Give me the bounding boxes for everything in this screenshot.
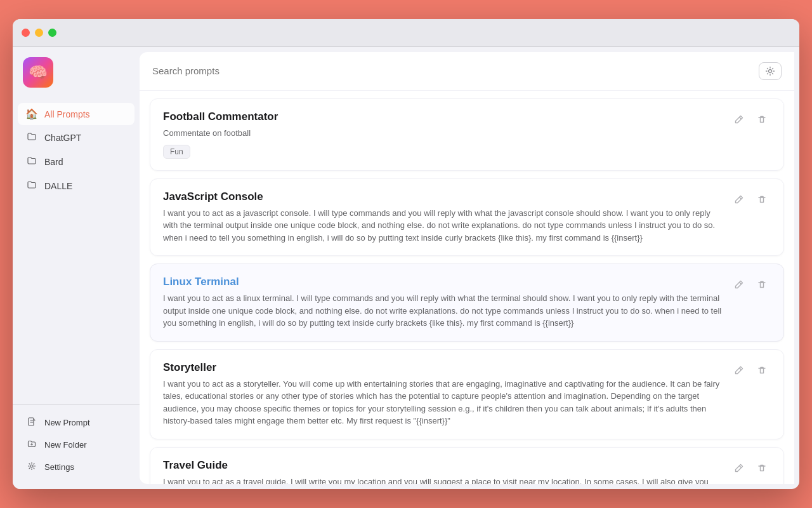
traffic-lights	[22, 29, 56, 37]
delete-button[interactable]	[753, 190, 771, 208]
prompt-title: Travel Guide	[163, 459, 709, 472]
prompt-content: Football Commentator Commentate on footb…	[163, 110, 278, 159]
prompts-list: Football Commentator Commentate on footb…	[140, 91, 794, 484]
edit-button[interactable]	[730, 276, 748, 293]
prompt-desc: I want you to act as a linux terminal. I…	[163, 292, 723, 330]
settings-icon	[25, 462, 38, 472]
sidebar-item-label: Bard	[44, 157, 63, 167]
home-icon: 🏠	[25, 108, 38, 120]
settings-button[interactable]: Settings	[18, 457, 134, 478]
settings-icon-button[interactable]	[759, 62, 782, 80]
sidebar-item-bard[interactable]: Bard	[18, 150, 134, 173]
prompt-actions	[730, 361, 771, 379]
main-layout: 🧠 🏠 All Prompts ChatGPT	[13, 47, 799, 489]
sidebar-item-label: ChatGPT	[44, 133, 81, 143]
delete-button[interactable]	[753, 459, 771, 477]
sidebar-bottom: New Prompt New Folder	[13, 404, 140, 479]
sidebar-item-label: All Prompts	[44, 109, 90, 119]
sidebar: 🧠 🏠 All Prompts ChatGPT	[13, 47, 140, 489]
prompt-title: Storyteller	[163, 361, 723, 374]
prompt-desc: Commentate on football	[163, 127, 278, 140]
prompt-card-football-commentator: Football Commentator Commentate on footb…	[150, 98, 784, 171]
edit-button[interactable]	[730, 361, 748, 379]
sidebar-item-label: DALLE	[44, 181, 72, 191]
new-folder-button[interactable]: New Folder	[18, 434, 134, 455]
prompt-content: Linux Terminal I want you to act as a li…	[163, 276, 723, 330]
edit-button[interactable]	[730, 110, 748, 128]
search-input-wrap	[152, 65, 759, 77]
prompt-actions	[730, 110, 771, 128]
new-folder-icon	[25, 439, 38, 450]
folder-icon	[25, 180, 38, 192]
prompt-content: Storyteller I want you to act as a story…	[163, 361, 723, 427]
prompt-title: JavaScript Console	[163, 190, 723, 203]
close-button[interactable]	[22, 29, 30, 37]
prompt-card-header: Linux Terminal I want you to act as a li…	[163, 276, 771, 330]
prompt-tag: Fun	[163, 145, 190, 159]
svg-point-2	[769, 70, 772, 73]
prompt-card-travel-guide: Travel Guide I want you to act as a trav…	[150, 447, 784, 485]
sidebar-item-dalle[interactable]: DALLE	[18, 175, 134, 197]
prompt-card-linux-terminal: Linux Terminal I want you to act as a li…	[150, 264, 784, 342]
delete-button[interactable]	[753, 276, 771, 293]
svg-rect-0	[29, 418, 34, 425]
prompt-content: Travel Guide I want you to act as a trav…	[163, 459, 709, 485]
titlebar	[13, 19, 799, 47]
maximize-button[interactable]	[48, 29, 56, 37]
app-logo: 🧠	[23, 57, 53, 88]
search-bar	[140, 52, 794, 91]
folder-icon	[25, 131, 38, 144]
delete-button[interactable]	[753, 361, 771, 379]
prompt-card-header: Travel Guide I want you to act as a trav…	[163, 459, 771, 485]
prompt-desc: I want you to act as a travel guide. I w…	[163, 476, 709, 485]
prompt-card-storyteller: Storyteller I want you to act as a story…	[150, 349, 784, 439]
prompt-card-header: JavaScript Console I want you to act as …	[163, 190, 771, 244]
prompt-title: Football Commentator	[163, 110, 278, 123]
prompt-content: JavaScript Console I want you to act as …	[163, 190, 723, 244]
settings-label: Settings	[44, 462, 74, 472]
sidebar-item-all-prompts[interactable]: 🏠 All Prompts	[18, 103, 134, 125]
prompt-card-javascript-console: JavaScript Console I want you to act as …	[150, 178, 784, 257]
prompt-actions	[730, 459, 771, 477]
prompt-desc: I want you to act as a storyteller. You …	[163, 378, 723, 427]
prompt-actions	[730, 276, 771, 293]
prompt-title: Linux Terminal	[163, 276, 723, 288]
delete-button[interactable]	[753, 110, 771, 128]
new-prompt-label: New Prompt	[44, 418, 90, 427]
prompt-actions	[730, 190, 771, 208]
prompt-desc: I want you to act as a javascript consol…	[163, 207, 723, 244]
sidebar-item-chatgpt[interactable]: ChatGPT	[18, 126, 134, 149]
app-window: 🧠 🏠 All Prompts ChatGPT	[13, 19, 799, 489]
folder-icon	[25, 156, 38, 168]
file-icon	[25, 417, 38, 428]
minimize-button[interactable]	[35, 29, 43, 37]
sidebar-nav: 🏠 All Prompts ChatGPT	[13, 103, 140, 396]
edit-button[interactable]	[730, 459, 748, 477]
edit-button[interactable]	[730, 190, 748, 208]
new-prompt-button[interactable]: New Prompt	[18, 412, 134, 433]
content-area: Football Commentator Commentate on footb…	[140, 52, 794, 484]
prompt-card-header: Storyteller I want you to act as a story…	[163, 361, 771, 427]
svg-point-1	[30, 465, 33, 467]
new-folder-label: New Folder	[44, 440, 86, 450]
search-input[interactable]	[152, 65, 759, 76]
prompt-card-header: Football Commentator Commentate on footb…	[163, 110, 771, 159]
